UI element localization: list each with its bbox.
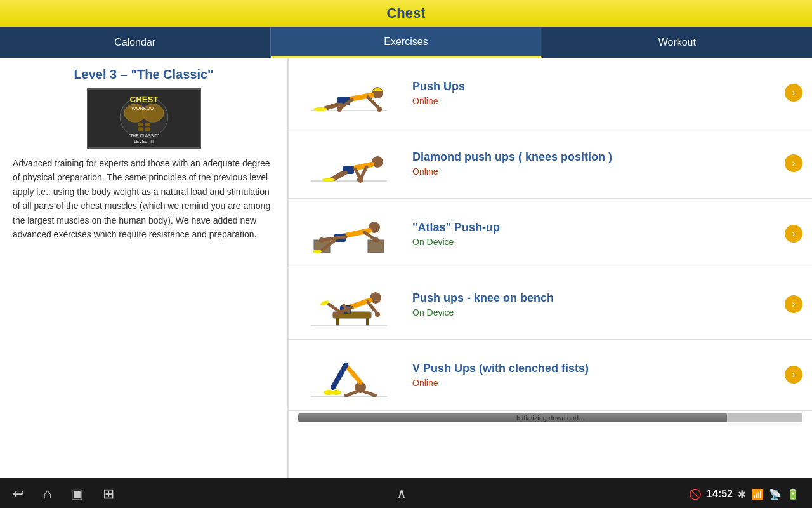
- right-panel: Push Ups Online ›: [289, 58, 812, 478]
- exercise-item[interactable]: "Atlas" Push-up On Device ›: [289, 199, 812, 269]
- chevron-up-icon: ∧: [396, 486, 407, 502]
- tab-workout[interactable]: Workout: [542, 27, 812, 58]
- block-icon: 🚫: [689, 488, 702, 500]
- home-button[interactable]: ⌂: [43, 486, 51, 502]
- exercise-info: Push Ups Online: [412, 80, 778, 106]
- svg-point-55: [334, 312, 339, 317]
- svg-text:LEVEL_ III: LEVEL_ III: [134, 139, 154, 144]
- svg-rect-66: [372, 394, 377, 397]
- exercise-status: On Device: [412, 307, 778, 318]
- bottom-nav-left: ↩ ⌂ ▣ ⊞: [13, 486, 114, 502]
- level-image: CHEST WORKOUT "THE CLASSIC" LEVEL_ III: [87, 88, 201, 149]
- battery-icon: 🔋: [787, 488, 799, 500]
- exercise-arrow-button[interactable]: ›: [785, 84, 802, 102]
- svg-line-63: [333, 365, 346, 387]
- wifi-icon: 📶: [751, 488, 764, 500]
- exercise-item[interactable]: Diamond push ups ( knees position ) Onli…: [289, 128, 812, 199]
- recents-button[interactable]: ▣: [70, 486, 84, 502]
- exercise-thumbnail: [298, 135, 400, 192]
- exercise-info: "Atlas" Push-up On Device: [412, 221, 778, 247]
- svg-line-58: [329, 304, 340, 312]
- level-description: Advanced training for experts and those …: [13, 156, 275, 241]
- clock: 14:52: [707, 488, 733, 500]
- svg-point-42: [319, 237, 324, 243]
- exercise-info: V Push Ups (with clenched fists) Online: [412, 362, 778, 388]
- exercise-status: Online: [412, 378, 778, 388]
- bluetooth-icon: ✱: [738, 488, 746, 500]
- download-bar-container: Initializing download...: [289, 410, 812, 426]
- exercise-item[interactable]: Push Ups Online ›: [289, 58, 812, 128]
- level-image-container: CHEST WORKOUT "THE CLASSIC" LEVEL_ III: [13, 88, 275, 149]
- svg-text:CHEST: CHEST: [129, 95, 158, 104]
- exercise-arrow-button[interactable]: ›: [785, 225, 802, 243]
- svg-line-16: [368, 97, 379, 109]
- svg-text:WORKOUT: WORKOUT: [131, 105, 157, 111]
- exercise-name: Diamond push ups ( knees position ): [412, 150, 778, 164]
- left-panel: Level 3 – "The Classic": [0, 58, 289, 478]
- exercise-thumbnail: [298, 346, 400, 403]
- status-bar: 🚫 14:52 ✱ 📶 📡 🔋: [689, 488, 799, 500]
- svg-line-62: [346, 365, 360, 382]
- exercise-arrow-button[interactable]: ›: [785, 154, 802, 172]
- main-content: Level 3 – "The Classic": [0, 58, 812, 478]
- signal-icon: 📡: [769, 488, 782, 500]
- exercise-arrow-button[interactable]: ›: [785, 295, 802, 313]
- svg-point-33: [322, 178, 335, 182]
- svg-rect-5: [145, 123, 150, 126]
- tab-bar: Calendar Exercises Workout: [0, 27, 812, 58]
- exercise-info: Diamond push ups ( knees position ) Onli…: [412, 150, 778, 177]
- svg-point-18: [377, 107, 382, 112]
- level-title: Level 3 – "The Classic": [13, 67, 275, 82]
- exercise-thumbnail: [298, 64, 400, 121]
- title-bar: Chest: [0, 0, 812, 27]
- exercise-arrow-button[interactable]: ›: [785, 366, 802, 384]
- exercise-thumbnail: [298, 205, 400, 262]
- qr-button[interactable]: ⊞: [103, 486, 114, 502]
- bottom-nav-center: ∧: [396, 486, 407, 502]
- exercise-name: "Atlas" Push-up: [412, 221, 778, 234]
- back-button[interactable]: ↩: [13, 486, 24, 502]
- exercise-status: Online: [412, 96, 778, 106]
- svg-point-69: [331, 390, 341, 395]
- tab-exercises[interactable]: Exercises: [271, 27, 541, 58]
- bottom-navigation-bar: ↩ ⌂ ▣ ⊞ ∧ 🚫 14:52 ✱ 📶 📡 🔋: [0, 478, 812, 508]
- exercise-item[interactable]: Push ups - knee on bench On Device ›: [289, 269, 812, 340]
- exercise-item[interactable]: V Push Ups (with clenched fists) Online …: [289, 340, 812, 410]
- svg-point-41: [374, 237, 379, 243]
- app-title: Chest: [386, 5, 425, 21]
- download-progress-bar: Initializing download...: [298, 413, 802, 422]
- svg-point-30: [357, 177, 363, 183]
- exercise-status: On Device: [412, 237, 778, 247]
- exercise-name: Push Ups: [412, 80, 778, 93]
- tab-calendar[interactable]: Calendar: [0, 27, 270, 58]
- svg-rect-4: [138, 123, 143, 126]
- exercise-name: V Push Ups (with clenched fists): [412, 362, 778, 375]
- download-status-text: Initializing download...: [298, 413, 802, 422]
- svg-rect-6: [138, 127, 143, 131]
- svg-point-23: [317, 107, 327, 111]
- exercise-info: Push ups - knee on bench On Device: [412, 291, 778, 318]
- exercise-status: Online: [412, 166, 778, 177]
- svg-rect-67: [344, 394, 349, 397]
- svg-point-54: [375, 312, 380, 317]
- exercise-name: Push ups - knee on bench: [412, 291, 778, 305]
- svg-rect-46: [336, 318, 339, 326]
- svg-rect-47: [366, 318, 369, 326]
- svg-point-44: [313, 250, 322, 253]
- svg-point-19: [337, 107, 342, 112]
- svg-text:"THE CLASSIC": "THE CLASSIC": [128, 133, 159, 137]
- svg-rect-7: [145, 127, 150, 131]
- exercise-thumbnail: [298, 276, 400, 333]
